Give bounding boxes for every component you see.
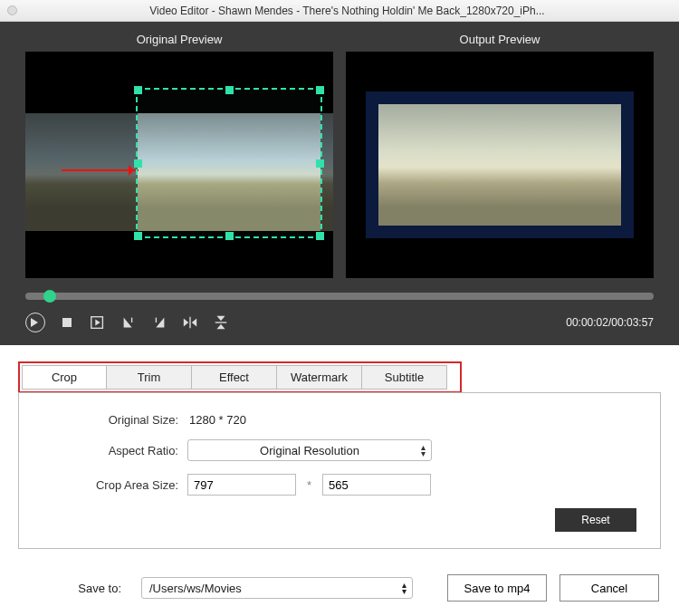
titlebar: Video Editor - Shawn Mendes - There's No… (0, 0, 679, 22)
original-preview-label: Original Preview (25, 33, 333, 52)
editor-tabs: Crop Trim Effect Watermark Subtitle (22, 365, 458, 390)
save-to-mp4-button[interactable]: Save to mp4 (447, 574, 547, 602)
crop-height-input[interactable] (322, 474, 431, 496)
timeline-track[interactable] (25, 293, 654, 300)
crop-handle-bm[interactable] (225, 232, 234, 240)
svg-marker-1 (95, 319, 100, 325)
output-preview-label: Output Preview (346, 33, 654, 52)
window-title: Video Editor - Shawn Mendes - There's No… (23, 5, 672, 17)
aspect-ratio-label: Aspect Ratio: (43, 444, 187, 457)
aspect-ratio-select[interactable]: Original Resolution ▴▾ (187, 439, 432, 461)
original-size-label: Original Size: (43, 413, 187, 427)
output-video-bg (366, 91, 634, 238)
select-arrows-icon: ▴▾ (402, 582, 406, 594)
flip-horizontal-button[interactable] (181, 313, 199, 332)
preview-area: Original Preview Output Preview (0, 22, 679, 345)
crop-handle-ml[interactable] (134, 159, 142, 168)
rotate-left-button[interactable] (120, 313, 138, 332)
tab-trim[interactable]: Trim (107, 365, 192, 390)
cancel-button[interactable]: Cancel (559, 574, 659, 602)
svg-marker-4 (184, 319, 188, 327)
crop-width-input[interactable] (187, 474, 296, 496)
original-size-value: 1280 * 720 (187, 413, 246, 427)
footer-bar: Save to: /Users/ws/Movies ▴▾ Save to mp4… (0, 549, 679, 616)
save-to-select[interactable]: /Users/ws/Movies ▴▾ (141, 577, 413, 599)
crop-handle-bl[interactable] (134, 232, 142, 240)
save-to-path: /Users/ws/Movies (149, 582, 242, 595)
svg-marker-5 (192, 319, 196, 327)
timeline-thumb[interactable] (43, 290, 56, 303)
flip-vertical-button[interactable] (212, 313, 230, 332)
select-arrows-icon: ▴▾ (421, 444, 426, 457)
svg-marker-8 (217, 324, 225, 329)
multiply-symbol: * (307, 478, 311, 492)
tab-crop[interactable]: Crop (22, 365, 107, 390)
playback-controls: 00:00:02/00:03:57 (25, 313, 654, 332)
lower-panel: Crop Trim Effect Watermark Subtitle Orig… (0, 345, 679, 549)
crop-handle-tr[interactable] (316, 86, 324, 94)
crop-handle-br[interactable] (316, 232, 324, 240)
svg-marker-7 (217, 316, 225, 321)
reset-button[interactable]: Reset (555, 508, 636, 532)
tab-effect[interactable]: Effect (192, 365, 277, 390)
aspect-ratio-value: Original Resolution (260, 444, 359, 457)
svg-marker-3 (156, 318, 164, 328)
original-preview-pane[interactable] (25, 52, 333, 278)
output-preview-pane (346, 52, 654, 278)
rotate-right-button[interactable] (150, 313, 168, 332)
window-close-dot[interactable] (7, 5, 17, 15)
step-forward-button[interactable] (89, 313, 107, 332)
svg-marker-2 (124, 318, 132, 328)
crop-box[interactable] (136, 88, 322, 238)
time-total: 00:03:57 (611, 316, 654, 329)
crop-panel: Original Size: 1280 * 720 Aspect Ratio: … (18, 392, 661, 549)
play-button[interactable] (25, 313, 45, 332)
save-to-label: Save to: (20, 582, 129, 595)
time-current: 00:00:02 (566, 316, 608, 329)
crop-area-label: Crop Area Size: (43, 478, 187, 492)
playback-time: 00:00:02/00:03:57 (566, 316, 654, 329)
crop-handle-tl[interactable] (134, 86, 142, 94)
tabs-highlight-box: Crop Trim Effect Watermark Subtitle (18, 361, 462, 393)
annotation-arrow (62, 169, 139, 171)
crop-handle-tm[interactable] (225, 86, 234, 94)
stop-button[interactable] (58, 313, 76, 332)
tab-watermark[interactable]: Watermark (277, 365, 362, 390)
output-video-frame (378, 104, 621, 226)
crop-handle-mr[interactable] (316, 159, 324, 168)
tab-subtitle[interactable]: Subtitle (362, 365, 447, 390)
